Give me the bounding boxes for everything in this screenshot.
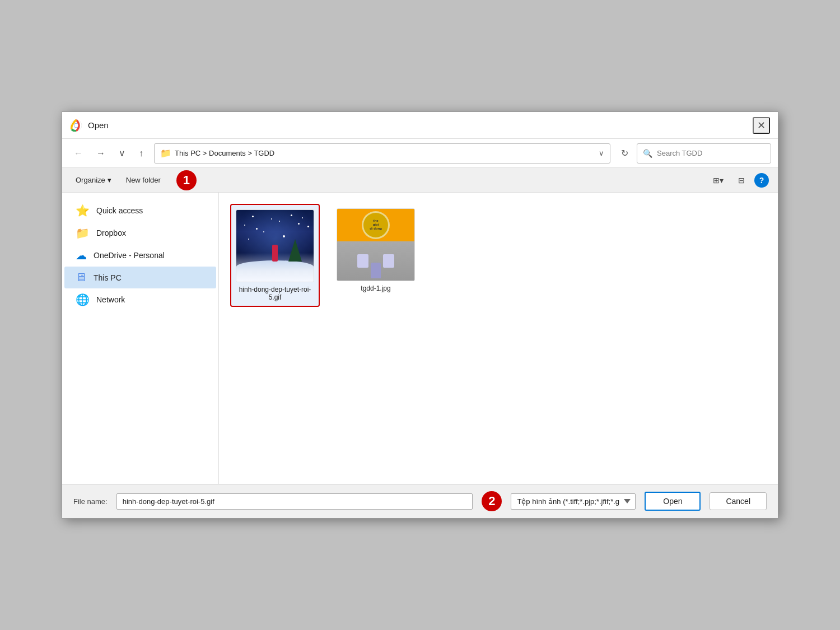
address-path: This PC > Documents > TGDD bbox=[175, 149, 594, 157]
forward-button[interactable]: → bbox=[91, 146, 110, 161]
quick-access-icon: ⭐ bbox=[76, 204, 90, 217]
chrome-icon bbox=[70, 119, 82, 132]
folder-icon: 📁 bbox=[160, 148, 171, 158]
file-thumbnail-jpg: thegioidi dong bbox=[337, 208, 415, 281]
help-button[interactable]: ? bbox=[754, 173, 769, 188]
file-item-jpg[interactable]: thegioidi dong tgdd-1.jpg bbox=[331, 204, 421, 307]
close-button[interactable]: ✕ bbox=[753, 117, 770, 134]
sidebar: ⭐ Quick access 📁 Dropbox ☁ OneDrive - Pe… bbox=[62, 193, 219, 484]
gif-filename: hinh-dong-dep-tuyet-roi-5.gif bbox=[236, 286, 314, 301]
title-bar: Open ✕ bbox=[62, 112, 778, 139]
jpg-filename: tgdd-1.jpg bbox=[361, 284, 390, 292]
file-name-input[interactable] bbox=[116, 493, 473, 510]
sidebar-label-network: Network bbox=[96, 295, 125, 304]
search-input[interactable] bbox=[657, 149, 765, 157]
this-pc-icon: 🖥 bbox=[76, 271, 87, 284]
dropbox-icon: 📁 bbox=[76, 226, 90, 240]
sidebar-item-onedrive[interactable]: ☁ OneDrive - Personal bbox=[64, 244, 216, 267]
file-thumbnail-gif bbox=[236, 209, 314, 282]
onedrive-icon: ☁ bbox=[76, 249, 87, 262]
open-button[interactable]: Open bbox=[645, 492, 701, 511]
sidebar-item-network[interactable]: 🌐 Network bbox=[64, 288, 216, 311]
file-name-label: File name: bbox=[73, 497, 108, 506]
address-chevron: ∨ bbox=[599, 149, 604, 157]
file-type-select[interactable]: Tệp hình ảnh (*.tiff;*.pjp;*.jfif;*.g bbox=[511, 493, 636, 510]
address-bar[interactable]: 📁 This PC > Documents > TGDD ∨ bbox=[154, 143, 610, 164]
pane-icon: ⊟ bbox=[738, 176, 745, 185]
refresh-button[interactable]: ↻ bbox=[616, 145, 633, 161]
dropdown-button[interactable]: ∨ bbox=[114, 145, 130, 161]
sidebar-label-dropbox: Dropbox bbox=[96, 228, 126, 237]
up-button[interactable]: ↑ bbox=[134, 146, 148, 161]
search-box[interactable]: 🔍 bbox=[637, 143, 771, 164]
tree-icon bbox=[288, 239, 302, 262]
pane-button[interactable]: ⊟ bbox=[733, 173, 750, 188]
organize-label: Organize bbox=[76, 176, 105, 184]
step2-badge: 2 bbox=[482, 491, 502, 511]
view-dropdown-chevron: ▾ bbox=[720, 176, 724, 185]
file-area: hinh-dong-dep-tuyet-roi-5.gif thegioidi … bbox=[219, 193, 778, 484]
sidebar-item-dropbox[interactable]: 📁 Dropbox bbox=[64, 222, 216, 244]
tgdd-thumbnail: thegioidi dong bbox=[337, 209, 414, 281]
view-controls: ⊞ ▾ ⊟ ? bbox=[708, 173, 769, 188]
search-icon: 🔍 bbox=[643, 149, 652, 158]
new-folder-button[interactable]: New folder bbox=[122, 174, 165, 186]
sidebar-label-quick-access: Quick access bbox=[96, 206, 143, 215]
step1-badge: 1 bbox=[176, 170, 197, 190]
bottom-bar: File name: 2 Tệp hình ảnh (*.tiff;*.pjp;… bbox=[62, 484, 778, 518]
file-item-gif[interactable]: hinh-dong-dep-tuyet-roi-5.gif bbox=[230, 204, 320, 307]
network-icon: 🌐 bbox=[76, 293, 90, 306]
view-icon: ⊞ bbox=[713, 176, 720, 185]
nav-toolbar: ← → ∨ ↑ 📁 This PC > Documents > TGDD ∨ ↻… bbox=[62, 139, 778, 168]
main-content: ⭐ Quick access 📁 Dropbox ☁ OneDrive - Pe… bbox=[62, 193, 778, 484]
open-dialog: Open ✕ ← → ∨ ↑ 📁 This PC > Documents > T… bbox=[62, 111, 778, 519]
sidebar-item-this-pc[interactable]: 🖥 This PC bbox=[64, 267, 216, 288]
action-toolbar: Organize ▾ New folder 1 ⊞ ▾ ⊟ ? bbox=[62, 168, 778, 193]
organize-button[interactable]: Organize ▾ bbox=[71, 174, 116, 186]
svg-point-2 bbox=[74, 123, 78, 127]
sidebar-label-onedrive: OneDrive - Personal bbox=[94, 251, 165, 260]
tgdd-logo: thegioidi dong bbox=[362, 211, 390, 239]
view-icon-button[interactable]: ⊞ ▾ bbox=[708, 173, 729, 188]
snow-ground bbox=[236, 260, 314, 282]
cancel-button[interactable]: Cancel bbox=[710, 492, 767, 510]
figure bbox=[272, 245, 278, 262]
dialog-title: Open bbox=[88, 120, 753, 130]
back-button[interactable]: ← bbox=[69, 146, 88, 161]
organize-chevron: ▾ bbox=[108, 176, 111, 184]
sidebar-item-quick-access[interactable]: ⭐ Quick access bbox=[64, 199, 216, 222]
sidebar-label-this-pc: This PC bbox=[94, 273, 122, 282]
